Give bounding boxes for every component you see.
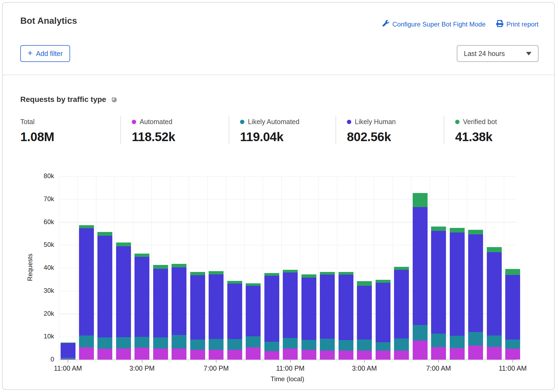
- bar-segment-verified-bot: [116, 242, 131, 246]
- chevron-down-icon: [526, 52, 531, 55]
- y-axis-tick-label: 60k: [27, 218, 54, 226]
- configure-super-bot-fight-mode-link[interactable]: Configure Super Bot Fight Mode: [382, 20, 485, 29]
- add-filter-button[interactable]: + Add filter: [20, 45, 70, 62]
- stat-label: Total: [20, 118, 35, 126]
- x-axis-tick: [142, 360, 142, 363]
- bar-segment-automated: [339, 351, 353, 360]
- bar-segment-automated: [153, 348, 168, 360]
- bar-segment-likely-automated: [505, 340, 520, 349]
- bar-segment-likely-automated: [153, 337, 168, 348]
- bar-segment-likely-human: [357, 286, 372, 340]
- stat-total: Total1.08M: [20, 116, 120, 144]
- stats-row: Total1.08MAutomated118.52kLikely Automat…: [20, 116, 536, 144]
- bar-segment-automated: [413, 341, 428, 360]
- bar-3:00-pm-4: [134, 254, 149, 360]
- bar-segment-likely-human: [227, 284, 242, 339]
- bar-10:00-pm-11: [264, 273, 279, 360]
- bar-12:00-pm-1: [79, 225, 94, 360]
- x-axis-tick-label: 11:00 AM: [486, 364, 540, 372]
- bar-segment-automated: [283, 348, 298, 360]
- stat-label-row: Likely Automated: [240, 118, 336, 126]
- bar-segment-automated: [172, 348, 186, 360]
- time-range-select[interactable]: Last 24 hours: [457, 45, 539, 62]
- add-filter-label: Add filter: [36, 50, 63, 58]
- bar-segment-likely-human: [320, 275, 335, 339]
- bar-segment-verified-bot: [283, 270, 298, 273]
- bar-segment-verified-bot: [394, 267, 409, 270]
- bar-segment-likely-human: [468, 234, 483, 332]
- y-axis-tick-label: 80k: [27, 172, 54, 180]
- print-report-link[interactable]: Print report: [496, 20, 539, 29]
- verified-bot-legend-dot: [455, 120, 459, 124]
- bar-segment-likely-automated: [413, 325, 428, 341]
- bar-9:00-am-22: [468, 230, 483, 360]
- bar-2:00-am-15: [339, 272, 353, 360]
- bar-segment-automated: [431, 347, 446, 360]
- bar-1:00-pm-2: [97, 232, 112, 360]
- bar-segment-likely-human: [301, 278, 316, 340]
- bar-segment-automated: [394, 351, 409, 360]
- bar-segment-automated: [97, 349, 112, 360]
- bar-segment-likely-human: [190, 275, 205, 340]
- y-axis-tick-label: 70k: [27, 195, 54, 203]
- bar-segment-likely-human: [264, 276, 279, 342]
- bar-segment-likely-human: [339, 275, 353, 340]
- bar-segment-verified-bot: [190, 272, 205, 275]
- bar-segment-likely-human: [209, 274, 224, 339]
- time-range-value: Last 24 hours: [464, 50, 505, 58]
- bar-segment-verified-bot: [301, 274, 316, 278]
- bar-segment-verified-bot: [134, 254, 149, 257]
- stat-verified-bot: Verified bot41.38k: [444, 116, 536, 144]
- bar-segment-automated: [116, 348, 131, 360]
- bar-segment-automated: [79, 347, 94, 360]
- wrench-icon: [382, 20, 389, 29]
- y-axis-tick-label: 50k: [27, 241, 54, 248]
- bar-segment-likely-human: [116, 246, 131, 337]
- stat-label-row: Automated: [132, 118, 229, 126]
- bar-segment-automated: [357, 351, 372, 360]
- stat-label-row: Verified bot: [455, 118, 536, 126]
- stat-likely-human: Likely Human802.56k: [336, 116, 444, 144]
- bar-segment-likely-automated: [468, 332, 483, 346]
- section-title: Requests by traffic type: [20, 95, 106, 104]
- stat-label: Verified bot: [463, 118, 497, 126]
- bar-segment-automated: [61, 359, 76, 360]
- bar-segment-verified-bot: [320, 272, 335, 275]
- bar-segment-likely-human: [450, 232, 465, 335]
- bar-segment-likely-automated: [264, 342, 279, 351]
- bar-segment-automated: [301, 350, 316, 360]
- y-axis-tick-label: 30k: [27, 287, 54, 294]
- stat-value: 802.56k: [347, 129, 444, 144]
- header-actions: Configure Super Bot Fight Mode Print rep…: [382, 20, 539, 29]
- x-axis-tick: [438, 360, 439, 363]
- bar-segment-likely-automated: [79, 335, 94, 347]
- stat-likely-automated: Likely Automated119.04k: [229, 116, 336, 144]
- bar-segment-verified-bot: [264, 273, 279, 276]
- configure-link-label: Configure Super Bot Fight Mode: [392, 21, 485, 28]
- card-header: [3, 3, 555, 75]
- bar-segment-automated: [376, 351, 390, 360]
- bar-4:00-am-17: [376, 280, 390, 360]
- bar-segment-automated: [190, 350, 205, 360]
- bar-segment-likely-automated: [376, 342, 390, 351]
- x-axis-tick-label: 3:00 AM: [337, 364, 392, 372]
- bar-segment-likely-human: [394, 270, 409, 338]
- stat-label-row: Total: [20, 118, 120, 126]
- bar-segment-likely-automated: [172, 335, 186, 348]
- bar-6:00-am-19: [413, 193, 428, 360]
- x-axis-tick: [364, 360, 365, 363]
- bar-segment-automated: [209, 350, 224, 360]
- bar-3:00-am-16: [357, 281, 372, 360]
- bar-segment-automated: [450, 348, 465, 360]
- bar-11:00-pm-12: [283, 270, 298, 360]
- stat-label: Likely Automated: [248, 118, 299, 126]
- bar-segment-automated: [264, 351, 279, 360]
- bar-8:00-am-21: [450, 228, 465, 360]
- bar-8:00-pm-9: [227, 281, 242, 360]
- bar-segment-likely-human: [487, 252, 502, 336]
- likely-human-legend-dot: [347, 120, 351, 124]
- bar-segment-automated: [246, 347, 261, 360]
- print-report-label: Print report: [506, 21, 539, 28]
- stat-label-row: Likely Human: [347, 118, 444, 126]
- bar-segment-verified-bot: [468, 230, 483, 234]
